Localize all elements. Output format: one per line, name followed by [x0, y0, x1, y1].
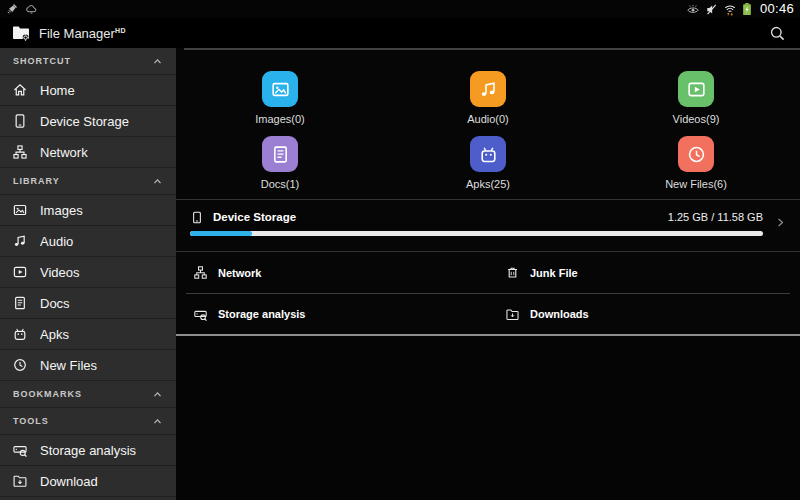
sidebar-section-library[interactable]: LIBRARY	[0, 168, 176, 195]
sidebar-item-audio[interactable]: Audio	[0, 226, 176, 257]
category-label: Docs(1)	[261, 177, 300, 191]
shortcut-label: Storage analysis	[218, 308, 305, 320]
audio-icon	[12, 233, 28, 249]
sidebar-item-label: Home	[40, 83, 75, 98]
category-label: New Files(6)	[665, 177, 727, 191]
sidebar-item-videos[interactable]: Videos	[0, 257, 176, 288]
section-label: LIBRARY	[13, 176, 60, 186]
category-grid: Images(0) Audio(0) Videos(9) Docs(1)	[176, 50, 800, 191]
chevron-up-icon	[152, 176, 163, 187]
sidebar-item-home[interactable]: Home	[0, 75, 176, 106]
category-label: Images(0)	[255, 112, 305, 126]
sidebar-item-label: New Files	[40, 358, 97, 373]
network-icon	[193, 265, 208, 280]
shortcut-downloads[interactable]: Downloads	[488, 294, 800, 334]
category-label: Audio(0)	[467, 112, 509, 126]
sidebar-item-label: Device Storage	[40, 114, 129, 129]
category-tile-new-files[interactable]: New Files(6)	[592, 136, 800, 191]
app-title-hd-badge: HD	[115, 26, 126, 33]
chevron-right-icon	[774, 216, 787, 229]
shortcut-label: Junk File	[530, 267, 578, 279]
chevron-up-icon	[152, 416, 163, 427]
sidebar-item-apks[interactable]: Apks	[0, 319, 176, 350]
shortcut-label: Downloads	[530, 308, 589, 320]
shortcut-label: Network	[218, 267, 261, 279]
storage-progress-fill	[190, 231, 252, 236]
main-content: Images(0) Audio(0) Videos(9) Docs(1)	[176, 48, 800, 500]
clean-brush-icon	[6, 3, 18, 15]
sidebar-section-shortcut[interactable]: SHORTCUT	[0, 48, 176, 75]
section-label: SHORTCUT	[13, 56, 71, 66]
eye-icon	[686, 3, 700, 16]
category-tile-apks[interactable]: Apks(25)	[384, 136, 592, 191]
category-tile-videos[interactable]: Videos(9)	[592, 71, 800, 126]
wifi-icon	[723, 3, 737, 16]
storage-label: Device Storage	[213, 211, 296, 223]
shortcut-network[interactable]: Network	[176, 252, 488, 293]
shortcut-storage-analysis[interactable]: Storage analysis	[176, 294, 488, 334]
new-files-tile-icon	[678, 136, 714, 172]
videos-icon	[12, 264, 28, 280]
app-logo-folder-icon	[10, 23, 32, 43]
shortcut-junk-file[interactable]: Junk File	[488, 252, 800, 293]
download-icon	[505, 307, 520, 322]
chevron-up-icon	[152, 56, 163, 67]
chevron-up-icon	[152, 389, 163, 400]
sidebar-item-download[interactable]: Download	[0, 466, 176, 497]
sidebar-item-new-files[interactable]: New Files	[0, 350, 176, 381]
videos-tile-icon	[678, 71, 714, 107]
system-icons: 00:46	[686, 0, 794, 18]
category-tile-audio[interactable]: Audio(0)	[384, 71, 592, 126]
docs-icon	[12, 295, 28, 311]
device-storage-row[interactable]: Device Storage 1.25 GB / 11.58 GB	[176, 200, 800, 251]
status-bar: 00:46	[0, 0, 800, 18]
sidebar-item-label: Network	[40, 145, 88, 160]
sidebar-item-label: Storage analysis	[40, 443, 136, 458]
clock-time: 00:46	[760, 0, 794, 18]
section-label: TOOLS	[13, 416, 49, 426]
clock-icon	[12, 357, 28, 373]
sidebar-item-label: Apks	[40, 327, 69, 342]
sidebar-item-images[interactable]: Images	[0, 195, 176, 226]
category-tile-docs[interactable]: Docs(1)	[176, 136, 384, 191]
search-icon[interactable]	[769, 25, 786, 42]
sidebar-item-device-storage[interactable]: Device Storage	[0, 106, 176, 137]
trash-icon	[505, 265, 520, 280]
category-label: Apks(25)	[466, 177, 510, 191]
sidebar-item-label: Audio	[40, 234, 73, 249]
shortcut-row: Storage analysis Downloads	[176, 294, 800, 334]
storage-usage-text: 1.25 GB / 11.58 GB	[668, 211, 763, 223]
apks-tile-icon	[470, 136, 506, 172]
mute-icon	[705, 3, 718, 16]
sidebar: SHORTCUT Home Device Storage Network LIB…	[0, 48, 176, 500]
sidebar-item-label: Images	[40, 203, 83, 218]
sidebar-section-bookmarks[interactable]: BOOKMARKS	[0, 381, 176, 408]
app-title: File ManagerHD	[39, 26, 126, 41]
device-storage-icon	[190, 210, 204, 225]
storage-analysis-icon	[193, 307, 208, 322]
apks-icon	[12, 326, 28, 342]
section-label: BOOKMARKS	[13, 389, 82, 399]
sidebar-item-storage-analysis[interactable]: Storage analysis	[0, 435, 176, 466]
sidebar-item-network[interactable]: Network	[0, 137, 176, 168]
empty-area	[176, 336, 800, 500]
notification-icons	[6, 3, 38, 15]
sidebar-item-docs[interactable]: Docs	[0, 288, 176, 319]
category-tile-images[interactable]: Images(0)	[176, 71, 384, 126]
images-icon	[12, 202, 28, 218]
sidebar-item-label: Videos	[40, 265, 80, 280]
device-storage-icon	[12, 113, 28, 129]
sidebar-section-tools[interactable]: TOOLS	[0, 408, 176, 435]
app-bar: File ManagerHD	[0, 18, 800, 48]
audio-tile-icon	[470, 71, 506, 107]
cloud-icon	[25, 3, 38, 15]
battery-charging-icon	[742, 2, 752, 16]
category-label: Videos(9)	[673, 112, 720, 126]
shortcut-row: Network Junk File	[176, 252, 800, 293]
sidebar-item-label: Download	[40, 474, 98, 489]
docs-tile-icon	[262, 136, 298, 172]
network-icon	[12, 144, 28, 160]
home-icon	[12, 82, 28, 98]
storage-analysis-icon	[12, 442, 28, 458]
download-icon	[12, 473, 28, 489]
